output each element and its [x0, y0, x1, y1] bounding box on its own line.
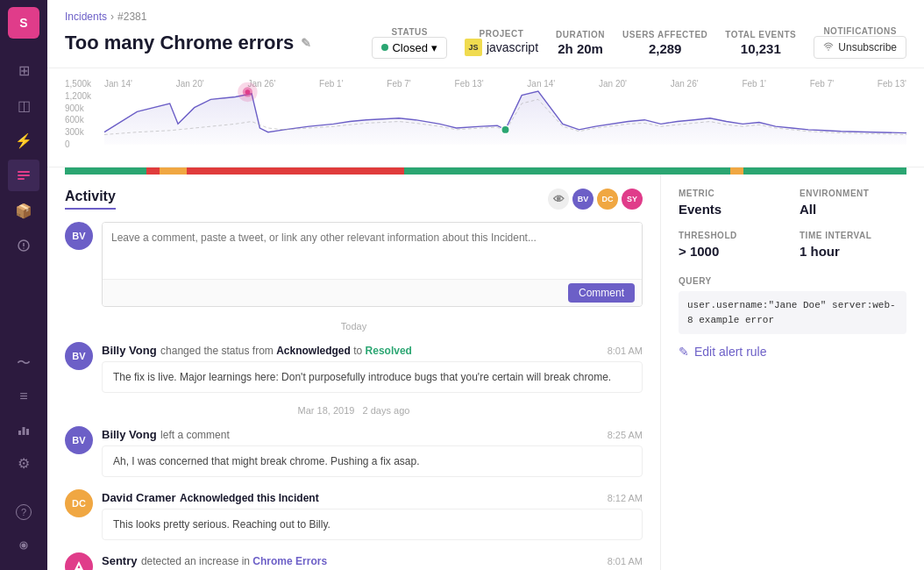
svg-rect-0	[18, 171, 30, 173]
header-main-row: Too many Chrome errors ✎ STATUS Closed ▾…	[65, 26, 906, 59]
sidebar-item-broadcast[interactable]	[8, 530, 39, 561]
notifications-label: NOTIFICATIONS	[814, 26, 906, 36]
edit-alert-rule-link[interactable]: ✎ Edit alert rule	[679, 345, 906, 359]
sidebar-item-issues[interactable]: ◫	[8, 89, 39, 121]
status-badge[interactable]: Closed ▾	[372, 37, 446, 59]
sidebar-item-releases[interactable]: 📦	[8, 195, 39, 226]
main-content: Incidents › #2381 Too many Chrome errors…	[47, 0, 924, 570]
avatar-dc[interactable]: DC	[597, 189, 618, 210]
activity-item-2: BV Billy Vong left a comment 8:25 AM Ah,…	[65, 426, 643, 477]
svg-point-5	[23, 247, 24, 248]
comment-footer: Comment	[103, 279, 642, 306]
activity-item-3: DC David Cramer Acknowledged this Incide…	[65, 489, 643, 540]
status-segment-2	[160, 167, 187, 175]
status-segment-0	[65, 167, 146, 175]
breadcrumb-incidents-link[interactable]: Incidents	[65, 11, 107, 23]
users-group: USERS AFFECTED 2,289	[622, 30, 707, 56]
svg-point-10	[828, 49, 829, 51]
activity-content-3: David Cramer Acknowledged this Incident …	[102, 489, 643, 540]
status-dropdown-icon: ▾	[431, 41, 437, 54]
activity-title: Activity	[65, 189, 116, 210]
chart-container: 1,500k 1,200k 900k 600k 300k 0	[65, 79, 906, 167]
edit-title-icon[interactable]: ✎	[301, 36, 311, 50]
sidebar-item-barchart[interactable]	[8, 414, 39, 445]
sidebar-item-dashboard[interactable]: ⊞	[8, 54, 39, 86]
environment-value: All	[800, 202, 906, 217]
activity-avatar-dc: DC	[65, 489, 93, 517]
svg-point-9	[22, 544, 26, 548]
status-group: STATUS Closed ▾	[372, 27, 446, 59]
time-interval-item: TIME INTERVAL 1 hour	[800, 231, 906, 259]
info-panel: METRIC Events ENVIRONMENT All THRESHOLD …	[661, 175, 924, 570]
activity-author-1: Billy Vong	[102, 344, 157, 357]
activity-action-4: detected an increase in Chrome Errors	[141, 555, 327, 567]
activity-author-3: David Cramer	[102, 491, 176, 504]
duration-group: DURATION 2h 20m	[556, 30, 605, 56]
activity-avatar-bv-1: BV	[65, 342, 93, 370]
sentry-small-icon	[72, 559, 86, 570]
sidebar-item-activity[interactable]: 〜	[8, 347, 39, 379]
activity-content-1: Billy Vong changed the status from Ackno…	[102, 342, 643, 393]
sidebar-item-performance[interactable]: ⚡	[8, 125, 39, 156]
duration-value: 2h 20m	[556, 41, 605, 56]
comment-input-wrap: Comment	[102, 222, 643, 307]
status-segment-3	[187, 167, 404, 175]
chart-area: 1,500k 1,200k 900k 600k 300k 0	[47, 68, 924, 167]
status-segment-1	[146, 167, 160, 175]
query-section: QUERY user.username:"Jane Doe" server:we…	[679, 276, 906, 334]
sentry-logo[interactable]: S	[8, 7, 39, 39]
activity-content-2: Billy Vong left a comment 8:25 AM Ah, I …	[102, 426, 643, 477]
incident-title-group: Too many Chrome errors ✎	[65, 32, 311, 54]
activity-meta-1: Billy Vong changed the status from Ackno…	[102, 342, 643, 358]
unsubscribe-button[interactable]: Unsubscribe	[814, 36, 906, 59]
sidebar-item-settings[interactable]: ⚙	[8, 447, 39, 479]
sidebar-item-incidents[interactable]	[8, 160, 39, 191]
activity-action-2: left a comment	[160, 429, 230, 441]
y-label-1: 1,200k	[65, 91, 91, 101]
activity-header: Activity 👁 BV DC SY	[65, 189, 643, 210]
y-label-5: 0	[65, 139, 91, 149]
avatar-eye[interactable]: 👁	[548, 189, 569, 210]
sidebar-item-stats[interactable]: ≡	[8, 381, 39, 412]
notifications-group: NOTIFICATIONS Unsubscribe	[814, 26, 906, 59]
sidebar: S ⊞ ◫ ⚡ 📦 〜 ≡ ⚙ ?	[0, 0, 47, 570]
time-interval-value: 1 hour	[800, 244, 906, 259]
sidebar-item-alerts[interactable]	[8, 230, 39, 261]
svg-rect-6	[18, 431, 21, 435]
comment-input[interactable]	[103, 223, 642, 275]
sidebar-item-help[interactable]: ?	[8, 496, 39, 528]
duration-label: DURATION	[556, 30, 605, 39]
activity-meta-3: David Cramer Acknowledged this Incident …	[102, 489, 643, 505]
project-badge[interactable]: JS javascript	[465, 39, 538, 56]
activity-author-4: Sentry	[102, 554, 137, 567]
activity-action-1: changed the status from Acknowledged to …	[160, 345, 412, 357]
date-separator-mar18: Mar 18, 2019 2 days ago	[65, 405, 643, 416]
chart-y-labels: 1,500k 1,200k 900k 600k 300k 0	[65, 79, 95, 149]
svg-rect-7	[23, 427, 25, 435]
y-label-2: 900k	[65, 103, 91, 113]
avatar-sy[interactable]: SY	[622, 189, 643, 210]
activity-message-3: This looks pretty serious. Reaching out …	[102, 509, 643, 540]
comment-submit-button[interactable]: Comment	[568, 283, 635, 303]
threshold-value: > 1000	[679, 244, 785, 259]
status-dot	[381, 44, 388, 51]
status-value: Closed	[392, 41, 427, 54]
avatar-bv-1[interactable]: BV	[572, 189, 593, 210]
metric-item: METRIC Events	[679, 189, 785, 217]
threshold-label: THRESHOLD	[679, 231, 785, 240]
breadcrumb-incident-number: #2381	[117, 11, 146, 23]
status-bar	[65, 167, 906, 175]
project-group: PROJECT JS javascript	[465, 29, 538, 56]
metric-label: METRIC	[679, 189, 785, 198]
events-value: 10,231	[725, 41, 796, 56]
query-code: user.username:"Jane Doe" server:web-8 ex…	[679, 291, 906, 334]
info-grid: METRIC Events ENVIRONMENT All THRESHOLD …	[679, 189, 906, 259]
status-label: STATUS	[372, 27, 446, 37]
y-label-0: 1,500k	[65, 79, 91, 89]
activity-description-1: Billy Vong changed the status from Ackno…	[102, 342, 412, 358]
current-user-avatar: BV	[65, 222, 93, 250]
y-label-3: 600k	[65, 115, 91, 125]
activity-avatars: 👁 BV DC SY	[548, 189, 643, 210]
status-segment-4	[404, 167, 730, 175]
svg-marker-11	[104, 91, 906, 145]
